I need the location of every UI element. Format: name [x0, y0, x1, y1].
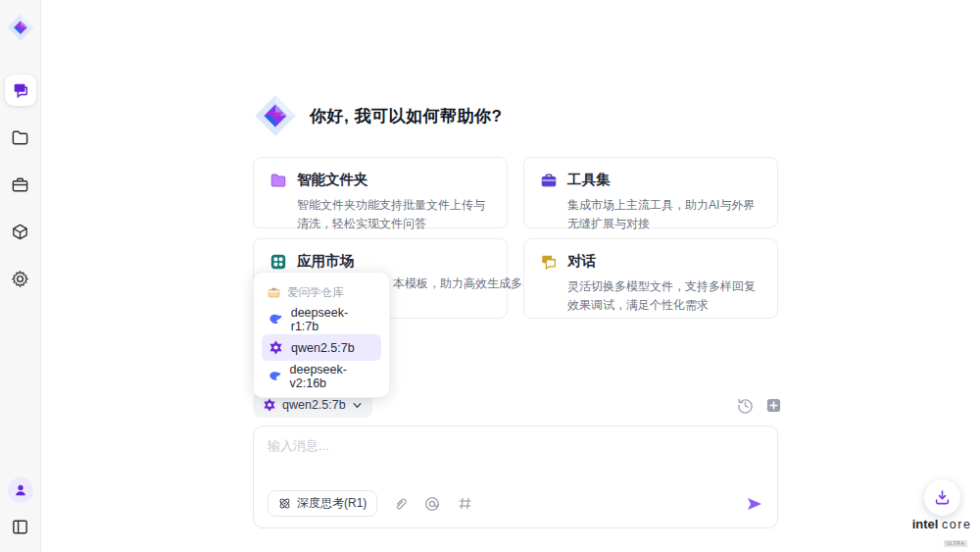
card-smart-folder[interactable]: 智能文件夹 智能文件夹功能支持批量文件上传与清洗，轻松实现文件问答	[253, 157, 508, 228]
greeting-logo-icon	[253, 93, 298, 138]
attach-button[interactable]	[390, 494, 410, 514]
sidebar-item-models[interactable]	[5, 216, 36, 247]
user-icon	[14, 483, 27, 497]
toolset-briefcase-icon	[540, 172, 558, 189]
message-composer: 深度思考(R1)	[253, 426, 778, 528]
card-title: 应用市场	[297, 252, 354, 271]
card-description: 集成市场上主流工具，助力AI与外界无缝扩展与对接	[567, 196, 761, 232]
download-fab-button[interactable]	[924, 479, 960, 516]
card-dialog[interactable]: 对话 灵活切换多模型文件，支持多样回复效果调试，满足个性化需求	[523, 238, 778, 319]
new-chat-button[interactable]	[763, 395, 783, 415]
app-window: 你好, 我可以如何帮助你? 智能文件夹 智能文件夹功能支持批量文件上传与清洗，轻…	[0, 0, 980, 552]
message-input[interactable]	[268, 438, 562, 453]
model-option-label: qwen2.5:7b	[291, 341, 355, 355]
deepseek-icon	[269, 369, 282, 383]
sidebar-item-toolbox[interactable]	[5, 169, 36, 200]
paperclip-icon	[393, 496, 408, 511]
gear-icon	[11, 270, 29, 288]
card-title: 工具集	[567, 171, 611, 189]
model-option-label: deepseek-v2:16b	[290, 363, 374, 390]
chat-actions	[735, 395, 783, 415]
qwen-icon	[269, 340, 283, 355]
user-avatar[interactable]	[8, 477, 33, 503]
model-option-deepseek-v2[interactable]: deepseek-v2:16b	[262, 363, 381, 389]
dropdown-group-label: 爱问学仓库	[287, 285, 344, 300]
history-button[interactable]	[735, 395, 755, 415]
panel-toggle-icon	[11, 518, 29, 536]
at-icon	[424, 496, 440, 512]
model-option-qwen[interactable]: qwen2.5:7b	[262, 334, 381, 361]
sidebar	[0, 0, 41, 552]
page-title: 你好, 我可以如何帮助你?	[310, 105, 502, 127]
app-logo-icon	[5, 12, 36, 43]
send-icon	[746, 495, 763, 513]
qwen-icon	[263, 398, 276, 412]
briefcase-icon	[11, 176, 29, 194]
card-title: 对话	[567, 252, 596, 271]
send-button[interactable]	[746, 495, 763, 513]
card-description: 智能文件夹功能支持批量文件上传与清洗，轻松实现文件问答	[297, 196, 491, 232]
prompt-library-button[interactable]	[455, 494, 474, 514]
download-icon	[934, 489, 951, 506]
mention-button[interactable]	[422, 494, 442, 514]
card-toolset[interactable]: 工具集 集成市场上主流工具，助力AI与外界无缝扩展与对接	[523, 157, 778, 228]
dialog-icon	[540, 253, 558, 271]
deepseek-icon	[269, 312, 283, 326]
sidebar-item-chat[interactable]	[5, 75, 36, 106]
model-option-deepseek-r1[interactable]: deepseek-r1:7b	[262, 306, 381, 332]
folder-icon	[11, 128, 29, 147]
deep-think-toggle[interactable]: 深度思考(R1)	[268, 490, 377, 517]
cube-icon	[11, 223, 29, 241]
model-option-label: deepseek-r1:7b	[291, 306, 374, 333]
intel-core-logo: intel core ULTRA	[911, 517, 972, 549]
history-icon	[737, 397, 754, 414]
chat-icon	[12, 81, 29, 99]
sidebar-nav	[5, 75, 36, 294]
selected-model-label: qwen2.5:7b	[282, 398, 346, 412]
intel-ultra-badge: ULTRA	[944, 540, 968, 547]
warehouse-icon	[268, 286, 280, 299]
model-dropdown: 爱问学仓库 deepseek-r1:7b qwen2.5:7b deepseek…	[253, 272, 390, 398]
sidebar-item-folders[interactable]	[5, 122, 36, 153]
app-market-icon	[270, 253, 287, 271]
new-chat-icon	[765, 397, 782, 414]
deep-think-label: 深度思考(R1)	[297, 495, 367, 512]
card-description: 灵活切换多模型文件，支持多样回复效果调试，满足个性化需求	[567, 277, 761, 314]
card-description-visible: 本模板，助力高效生成多	[393, 276, 522, 292]
greeting: 你好, 我可以如何帮助你?	[253, 93, 502, 138]
card-title: 智能文件夹	[297, 171, 368, 189]
sidebar-item-settings[interactable]	[5, 263, 36, 294]
dropdown-group-header: 爱问学仓库	[262, 280, 381, 304]
composer-toolbar: 深度思考(R1)	[268, 490, 763, 517]
core-wordmark: core	[942, 518, 971, 531]
deep-think-icon	[278, 497, 291, 510]
sidebar-bottom	[8, 477, 33, 552]
panel-toggle-button[interactable]	[11, 517, 30, 536]
smart-folder-icon	[270, 172, 287, 189]
hash-icon	[458, 496, 472, 511]
intel-wordmark: intel	[912, 517, 939, 531]
chevron-down-icon	[352, 400, 363, 411]
